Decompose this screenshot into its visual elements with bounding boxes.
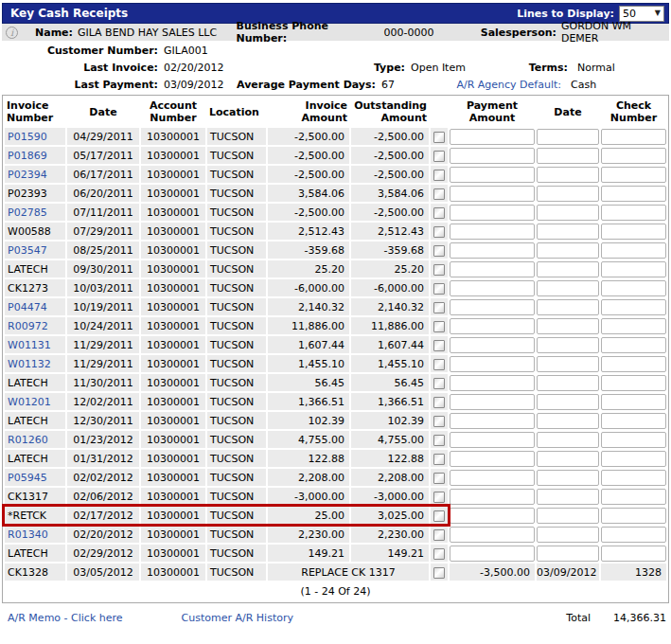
payment-date-input[interactable] (537, 356, 599, 372)
invoice-number-link[interactable]: P01590 (8, 131, 47, 143)
invoice-number-cell[interactable]: W01131 (5, 336, 65, 353)
check-number-input[interactable] (601, 318, 666, 334)
payment-amount-input[interactable] (450, 186, 535, 202)
invoice-number-cell[interactable]: P01590 (5, 128, 65, 145)
invoice-number-link[interactable]: P03547 (8, 244, 47, 257)
payment-amount-input[interactable] (450, 356, 535, 372)
payment-amount-input[interactable] (450, 129, 535, 145)
row-checkbox[interactable] (433, 529, 445, 541)
payment-date-input[interactable] (537, 546, 599, 562)
invoice-number-cell[interactable]: W01132 (5, 355, 65, 372)
check-number-input[interactable] (601, 224, 666, 240)
payment-date-input[interactable] (537, 129, 599, 145)
payment-amount-input[interactable] (450, 280, 535, 296)
invoice-number-link[interactable]: W01131 (8, 339, 51, 351)
invoice-number-cell[interactable]: P03547 (5, 242, 65, 259)
row-checkbox[interactable] (433, 283, 445, 295)
payment-date-input[interactable] (537, 205, 599, 221)
row-checkbox[interactable] (433, 378, 445, 389)
row-checkbox[interactable] (433, 435, 445, 446)
invoice-number-link[interactable]: W01201 (8, 396, 51, 408)
payment-amount-input[interactable] (450, 299, 535, 315)
payment-amount-input[interactable] (450, 242, 535, 259)
row-checkbox[interactable] (433, 151, 445, 162)
payment-date-input[interactable] (537, 318, 599, 334)
payment-date-input[interactable] (537, 299, 599, 315)
row-checkbox[interactable] (433, 302, 445, 313)
check-number-input[interactable] (601, 470, 666, 486)
row-checkbox[interactable] (433, 226, 445, 238)
invoice-number-cell[interactable]: P04474 (5, 298, 65, 315)
check-number-input[interactable] (601, 261, 666, 277)
row-checkbox[interactable] (433, 132, 445, 143)
row-checkbox[interactable] (433, 416, 445, 427)
payment-date-input[interactable] (537, 167, 599, 183)
payment-date-input[interactable] (537, 337, 599, 353)
check-number-input[interactable] (601, 432, 666, 448)
invoice-number-link[interactable]: R01260 (8, 434, 48, 446)
customer-ar-history-link[interactable]: Customer A/R History (182, 612, 293, 624)
payment-amount-input[interactable] (450, 224, 535, 240)
check-number-input[interactable] (601, 356, 666, 372)
payment-amount-input[interactable] (450, 205, 535, 221)
payment-amount-input[interactable] (450, 470, 535, 486)
payment-date-input[interactable] (537, 280, 599, 296)
check-number-input[interactable] (601, 394, 666, 410)
ar-memo-link[interactable]: A/R Memo - Click here (8, 612, 123, 624)
invoice-number-cell[interactable]: R00972 (5, 317, 65, 334)
invoice-number-link[interactable]: R01340 (8, 528, 48, 541)
payment-amount-input[interactable] (450, 489, 535, 505)
payment-amount-input[interactable] (450, 261, 535, 277)
check-number-input[interactable] (601, 129, 666, 145)
row-checkbox[interactable] (433, 207, 445, 219)
payment-amount-input[interactable] (450, 318, 535, 334)
check-number-input[interactable] (601, 242, 666, 259)
invoice-number-link[interactable]: W01132 (8, 358, 51, 370)
invoice-number-link[interactable]: R00972 (8, 320, 48, 332)
payment-amount-input[interactable] (450, 413, 535, 429)
check-number-input[interactable] (601, 413, 666, 429)
invoice-number-cell[interactable]: R01260 (5, 431, 65, 448)
check-number-input[interactable] (601, 337, 666, 353)
payment-amount-input[interactable] (450, 337, 535, 353)
payment-date-input[interactable] (537, 261, 599, 277)
row-checkbox[interactable] (433, 245, 445, 257)
invoice-number-cell[interactable]: P05945 (5, 469, 65, 486)
payment-date-input[interactable] (537, 432, 599, 448)
check-number-input[interactable] (601, 299, 666, 315)
payment-date-input[interactable] (537, 186, 599, 202)
payment-date-input[interactable] (537, 224, 599, 240)
row-checkbox[interactable] (433, 397, 445, 408)
row-checkbox[interactable] (433, 170, 445, 181)
check-number-input[interactable] (601, 508, 666, 524)
check-number-input[interactable] (601, 205, 666, 221)
row-checkbox[interactable] (433, 510, 445, 522)
payment-amount-input[interactable] (450, 148, 535, 164)
payment-date-input[interactable] (537, 413, 599, 429)
check-number-input[interactable] (601, 451, 666, 467)
check-number-input[interactable] (601, 148, 666, 164)
row-checkbox[interactable] (433, 359, 445, 370)
row-checkbox[interactable] (433, 473, 445, 484)
check-number-input[interactable] (601, 375, 666, 391)
invoice-number-cell[interactable]: P02785 (5, 204, 65, 221)
payment-amount-input[interactable] (450, 527, 535, 543)
row-checkbox[interactable] (433, 264, 445, 276)
invoice-number-cell[interactable]: R01340 (5, 526, 65, 543)
invoice-number-link[interactable]: P01869 (8, 150, 47, 162)
payment-amount-input[interactable] (450, 546, 535, 562)
payment-date-input[interactable] (537, 470, 599, 486)
lines-to-display-select[interactable]: 50 ▼ (619, 6, 664, 22)
row-checkbox[interactable] (433, 454, 445, 465)
payment-date-input[interactable] (537, 489, 599, 505)
check-number-input[interactable] (601, 527, 666, 543)
row-checkbox[interactable] (433, 340, 445, 351)
payment-date-input[interactable] (537, 508, 599, 524)
payment-date-input[interactable] (537, 375, 599, 391)
row-checkbox[interactable] (433, 188, 445, 200)
invoice-number-link[interactable]: P02785 (8, 206, 47, 219)
ar-agency-default-link[interactable]: A/R Agency Default: (410, 79, 561, 91)
payment-amount-input[interactable] (450, 167, 535, 183)
invoice-number-link[interactable]: P04474 (8, 301, 47, 313)
row-checkbox[interactable] (433, 321, 445, 332)
